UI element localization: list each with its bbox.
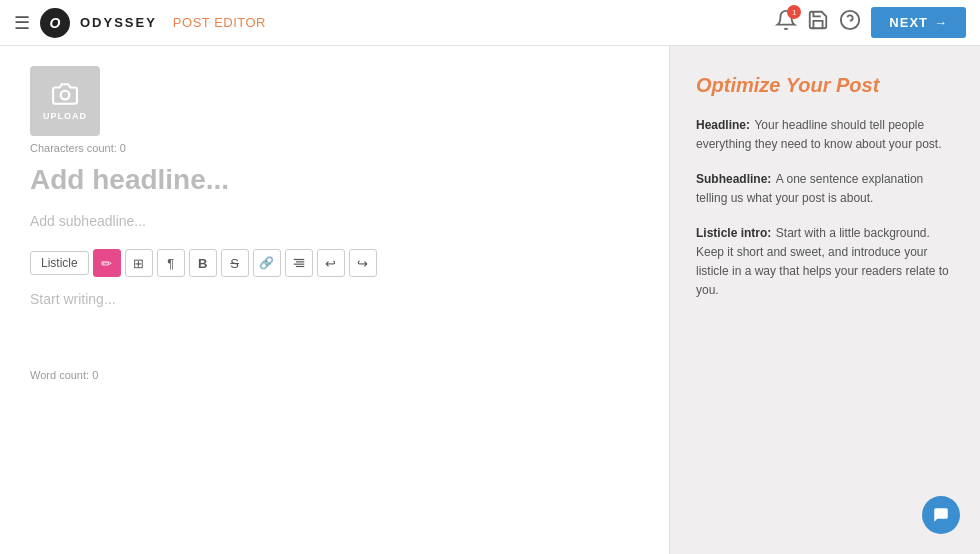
chat-button[interactable] [922, 496, 960, 534]
sidebar: Optimize Your Post Headline: Your headli… [670, 46, 980, 554]
main-layout: UPLOAD Characters count: 0 Listicle ✏ ⊞ … [0, 46, 980, 554]
bold-button[interactable]: B [189, 249, 217, 277]
paragraph-icon: ¶ [167, 256, 174, 271]
svg-point-2 [61, 91, 70, 100]
link-button[interactable]: 🔗 [253, 249, 281, 277]
strikethrough-button[interactable]: S [221, 249, 249, 277]
upload-button[interactable]: UPLOAD [30, 66, 100, 136]
sidebar-section-subheadline-title: Subheadline: [696, 172, 771, 186]
logo-letter: O [50, 15, 61, 31]
sidebar-section-subheadline: Subheadline: A one sentence explanation … [696, 169, 954, 207]
strikethrough-icon: S [230, 256, 239, 271]
header-left: ☰ O ODYSSEY POST EDITOR [14, 8, 266, 38]
bold-icon: B [198, 256, 207, 271]
header-right: 1 NEXT → [775, 7, 966, 38]
indent-button[interactable] [285, 249, 313, 277]
subheadline-input[interactable] [30, 213, 639, 229]
header: ☰ O ODYSSEY POST EDITOR 1 [0, 0, 980, 46]
redo-button[interactable]: ↪ [349, 249, 377, 277]
block-button[interactable]: ⊞ [125, 249, 153, 277]
paragraph-button[interactable]: ¶ [157, 249, 185, 277]
sidebar-title: Optimize Your Post [696, 74, 954, 97]
highlight-button[interactable]: ✏ [93, 249, 121, 277]
char-count: Characters count: 0 [30, 142, 639, 154]
sidebar-section-headline-title: Headline: [696, 118, 750, 132]
upload-label: UPLOAD [43, 111, 87, 121]
next-button[interactable]: NEXT → [871, 7, 966, 38]
save-icon[interactable] [807, 9, 829, 36]
brand-name: ODYSSEY [80, 15, 157, 30]
sidebar-section-listicle-title: Listicle intro: [696, 226, 771, 240]
notification-icon[interactable]: 1 [775, 9, 797, 36]
word-count: Word count: 0 [30, 369, 639, 381]
headline-input[interactable] [30, 164, 639, 196]
redo-icon: ↪ [357, 256, 368, 271]
help-icon[interactable] [839, 9, 861, 36]
writing-input[interactable] [30, 291, 639, 355]
toolbar: Listicle ✏ ⊞ ¶ B S 🔗 [30, 249, 639, 277]
sidebar-section-listicle: Listicle intro: Start with a little back… [696, 223, 954, 299]
logo: O [40, 8, 70, 38]
link-icon: 🔗 [259, 256, 274, 270]
camera-icon [52, 81, 78, 107]
page-title: POST EDITOR [173, 15, 266, 30]
highlight-icon: ✏ [101, 256, 112, 271]
notification-badge: 1 [787, 5, 801, 19]
block-icon: ⊞ [133, 256, 144, 271]
next-label: NEXT [889, 15, 928, 30]
menu-icon[interactable]: ☰ [14, 12, 30, 34]
undo-button[interactable]: ↩ [317, 249, 345, 277]
sidebar-section-headline: Headline: Your headline should tell peop… [696, 115, 954, 153]
listicle-tab[interactable]: Listicle [30, 251, 89, 275]
next-arrow-icon: → [934, 15, 948, 30]
chat-icon [932, 506, 950, 524]
undo-icon: ↩ [325, 256, 336, 271]
indent-icon [292, 256, 306, 270]
editor-area: UPLOAD Characters count: 0 Listicle ✏ ⊞ … [0, 46, 670, 554]
